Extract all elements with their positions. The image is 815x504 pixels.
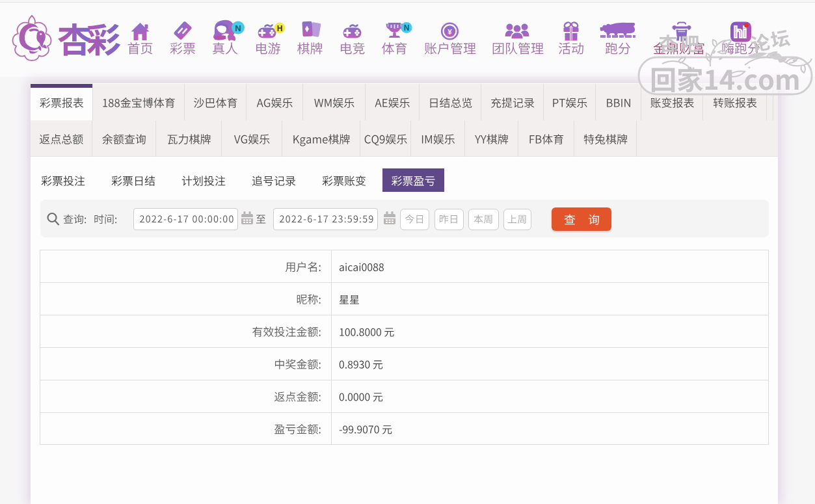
svg-text:N: N [404, 23, 410, 33]
svg-text:¥: ¥ [448, 28, 452, 36]
svg-text:N: N [235, 23, 241, 33]
svg-text:H: H [277, 24, 283, 33]
